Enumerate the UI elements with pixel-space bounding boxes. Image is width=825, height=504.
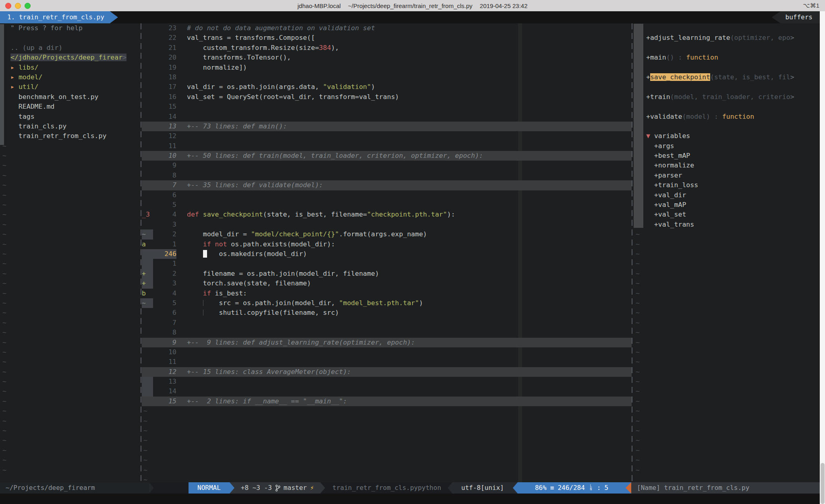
tree-row[interactable]: train_cls.py: [0, 122, 140, 131]
code-line[interactable]: b4 if is_best:: [142, 289, 632, 298]
tag-entry[interactable]: ▼ variables: [632, 131, 820, 141]
command-line[interactable]: [0, 494, 825, 504]
tag-entry[interactable]: +val_set: [632, 210, 820, 219]
tree-file-item[interactable]: train_retr_from_cls.py: [10, 132, 106, 140]
tag-entry[interactable]: +train_loss: [632, 180, 820, 190]
empty-line-tilde: ~: [0, 161, 140, 170]
code-line[interactable]: 11: [142, 357, 632, 367]
code-line[interactable]: ~5 src = os.path.join(model_dir, "model_…: [142, 298, 632, 308]
code-line[interactable]: 8: [142, 328, 632, 337]
code-line[interactable]: a1 if not os.path.exists(model_dir):: [142, 240, 632, 249]
code-line[interactable]: 23# do not do data augmentation on valid…: [142, 23, 632, 33]
empty-line-tilde: ~: [0, 190, 140, 200]
code-line[interactable]: 13: [142, 377, 632, 386]
sign-column: [142, 33, 153, 43]
code-line[interactable]: ~2 model_dir = "model/check_point/{}".fo…: [142, 229, 632, 239]
tag-entry[interactable]: +val_mAP: [632, 200, 820, 210]
tag-entry[interactable]: +args: [632, 141, 820, 151]
line-number: 8: [153, 171, 176, 180]
buffer-tab[interactable]: 1. train_retr_from_cls.py: [0, 11, 118, 23]
tree-row[interactable]: ▸ libs/: [0, 63, 140, 72]
tabline: 1. train_retr_from_cls.py buffers: [0, 11, 825, 23]
code-line[interactable]: 18: [142, 72, 632, 82]
file-tree-scrollbar[interactable]: [0, 24, 4, 145]
tree-row[interactable]: ▸ model/: [0, 72, 140, 82]
sign-column: [142, 397, 153, 406]
line-number-icon: LN: [589, 485, 593, 491]
tree-row[interactable]: .. (up a dir): [0, 43, 140, 53]
tag-entry[interactable]: +parser: [632, 171, 820, 180]
code-line[interactable]: 22val_trans = transforms.Compose([: [142, 33, 632, 43]
code-line[interactable]: 6: [142, 190, 632, 200]
code-line[interactable]: 19 normalize]): [142, 63, 632, 72]
code-line[interactable]: 20 transforms.ToTensor(),: [142, 53, 632, 62]
tag-entry[interactable]: +validate(model) : function: [632, 112, 820, 122]
folded-code-line[interactable]: 15+-- 2 lines: if __name__ == "__main__"…: [142, 397, 632, 406]
code-line[interactable]: +3 torch.save(state, filename): [142, 279, 632, 288]
line-number: 8: [153, 328, 176, 337]
folded-code-line[interactable]: 13+-- 73 lines: def main():: [142, 122, 632, 131]
code-line[interactable]: 11: [142, 141, 632, 151]
tree-file-item[interactable]: benchmark_on_test.py: [10, 93, 99, 101]
tree-row[interactable]: benchmark_on_test.py: [0, 92, 140, 102]
empty-line-tilde: ~: [0, 308, 140, 318]
tag-entry[interactable]: +val_dir: [632, 190, 820, 200]
empty-line-tilde: ~: [0, 141, 140, 151]
powerline-separator-icon: [626, 482, 631, 494]
code-line[interactable]: 14: [142, 112, 632, 122]
folded-code-line[interactable]: 7+-- 35 lines: def validate(model):: [142, 180, 632, 190]
tag-entry[interactable]: +save_checkpoint(state, is_best, fil>: [632, 72, 820, 82]
tagbar-panel: +adjust_learning_rate(optimizer, epo>+ma…: [632, 23, 820, 482]
code-line[interactable]: 3: [142, 220, 632, 229]
editor-scrollbar-track[interactable]: [820, 11, 825, 504]
code-line[interactable]: _34def save_checkpoint(state, is_best, f…: [142, 210, 632, 219]
tagbar-scrollbar[interactable]: [634, 24, 643, 228]
tree-row[interactable]: ▸ util/: [0, 82, 140, 92]
tree-file-item[interactable]: tags: [10, 113, 35, 120]
tree-row[interactable]: README.md: [0, 102, 140, 112]
code-line[interactable]: 16val_set = QuerySet(root=val_dir, trans…: [142, 92, 632, 102]
empty-line-tilde: ~: [0, 171, 140, 180]
code-line[interactable]: 5: [142, 200, 632, 210]
code-line[interactable]: 15: [142, 102, 632, 112]
tree-row[interactable]: </jdhao/Projects/deep_firear>: [0, 53, 140, 62]
window-separator[interactable]: [141, 23, 141, 482]
code-line[interactable]: 6 shutil.copyfile(filename, src): [142, 308, 632, 318]
tree-root[interactable]: </jdhao/Projects/deep_firear>: [10, 54, 126, 61]
code-line[interactable]: 9: [142, 161, 632, 170]
tree-file-item[interactable]: README.md: [10, 103, 54, 110]
tree-up-dir[interactable]: .. (up a dir): [10, 44, 62, 52]
tree-dir-item[interactable]: ▸ model/: [10, 73, 42, 81]
sign-column: [142, 318, 153, 328]
code-line[interactable]: 17val_dir = os.path.join(args.data, "val…: [142, 82, 632, 92]
folded-code-line[interactable]: 10+-- 50 lines: def train(model, train_l…: [142, 151, 632, 161]
tree-row[interactable]: tags: [0, 112, 140, 122]
code-line[interactable]: 246 os.makedirs(model_dir): [142, 249, 632, 259]
folded-code-line[interactable]: 12+-- 15 lines: class AverageMeter(objec…: [142, 367, 632, 377]
tag-entry[interactable]: +normalize: [632, 161, 820, 170]
editor-scrollbar-thumb[interactable]: [821, 463, 825, 504]
code-line[interactable]: 21 custom_transform.Resize(size=384),: [142, 43, 632, 53]
code-line[interactable]: 12: [142, 131, 632, 141]
sign-column: [142, 347, 153, 357]
tag-entry[interactable]: +best_mAP: [632, 151, 820, 161]
code-line[interactable]: 10: [142, 347, 632, 357]
tag-entry[interactable]: +train(model, train_loader, criterio>: [632, 92, 820, 102]
tag-entry[interactable]: +main() : function: [632, 53, 820, 62]
tree-file-item[interactable]: train_cls.py: [10, 122, 66, 130]
empty-line-tilde: ~: [0, 397, 140, 406]
tree-row[interactable]: train_retr_from_cls.py: [0, 131, 140, 141]
tag-entry[interactable]: +val_trans: [632, 220, 820, 229]
code-line[interactable]: 14: [142, 386, 632, 396]
code-line[interactable]: 1: [142, 259, 632, 269]
folded-code-line[interactable]: 9+-- 9 lines: def adjust_learning_rate(o…: [142, 338, 632, 347]
code-line[interactable]: +2 filename = os.path.join(model_dir, fi…: [142, 269, 632, 279]
code-line[interactable]: 7: [142, 318, 632, 328]
line-number: 21: [153, 43, 176, 53]
tag-entry[interactable]: +adjust_learning_rate(optimizer, epo>: [632, 33, 820, 43]
empty-line-tilde: ~: [632, 279, 820, 288]
tree-dir-item[interactable]: ▸ util/: [10, 83, 39, 91]
code-line[interactable]: 8: [142, 171, 632, 180]
line-number: 6: [153, 190, 176, 200]
tree-dir-item[interactable]: ▸ libs/: [10, 64, 39, 71]
